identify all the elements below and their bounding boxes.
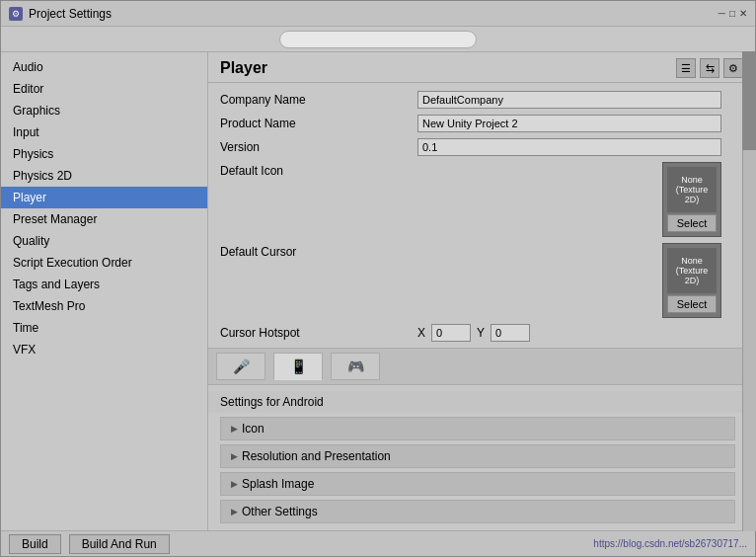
default-cursor-preview: None (Texture 2D) Select xyxy=(662,243,721,318)
hotspot-x-input[interactable] xyxy=(431,324,471,342)
rendering-header: Rendering xyxy=(228,527,727,530)
company-name-input[interactable] xyxy=(417,91,721,109)
sidebar-item-audio[interactable]: Audio xyxy=(1,56,207,78)
toolbar xyxy=(1,27,755,52)
company-name-row: Company Name xyxy=(220,91,735,109)
sidebar-item-preset-manager[interactable]: Preset Manager xyxy=(1,208,207,230)
sidebar-item-input[interactable]: Input xyxy=(1,121,207,143)
cursor-select-button[interactable]: Select xyxy=(667,295,717,313)
version-label: Version xyxy=(220,138,417,154)
icon-section-label: Icon xyxy=(242,422,265,436)
window-title: Project Settings xyxy=(29,7,713,21)
company-name-label: Company Name xyxy=(220,91,417,107)
product-name-label: Product Name xyxy=(220,115,417,130)
cursor-preview-text: None (Texture 2D) xyxy=(667,248,717,293)
watermark-text: https://blog.csdn.net/sb26730717... xyxy=(593,538,747,549)
platform-tab-gamepad[interactable]: 🎮 xyxy=(331,353,380,380)
resolution-section-label: Resolution and Presentation xyxy=(242,449,391,463)
window-icon: ⚙ xyxy=(9,7,23,21)
sidebar-item-vfx[interactable]: VFX xyxy=(1,339,207,360)
default-icon-row: Default Icon None (Texture 2D) Select xyxy=(220,162,735,237)
minimize-icon[interactable]: ─ xyxy=(718,8,725,19)
section-resolution[interactable]: Resolution and Presentation xyxy=(220,444,735,468)
hotspot-y-input[interactable] xyxy=(491,324,530,342)
close-icon[interactable]: ✕ xyxy=(739,8,747,19)
content-area: Audio Editor Graphics Input Physics Phys… xyxy=(1,52,755,530)
sidebar-item-textmesh-pro[interactable]: TextMesh Pro xyxy=(1,295,207,317)
build-and-run-button[interactable]: Build And Run xyxy=(69,534,170,554)
settings-icon-btn[interactable]: ⚙ xyxy=(723,58,743,78)
maximize-icon[interactable]: □ xyxy=(729,8,735,19)
sidebar-item-time[interactable]: Time xyxy=(1,317,207,339)
product-name-row: Product Name xyxy=(220,115,735,132)
section-icon[interactable]: Icon xyxy=(220,417,735,440)
project-settings-window: ⚙ Project Settings ─ □ ✕ Audio Editor Gr… xyxy=(0,0,756,557)
window-controls: ─ □ ✕ xyxy=(718,8,747,19)
page-title: Player xyxy=(220,59,267,77)
main-panel: Player ☰ ⇆ ⚙ Company Name Product Name xyxy=(208,52,755,530)
search-input[interactable] xyxy=(279,31,477,48)
y-label: Y xyxy=(477,326,485,340)
cursor-hotspot-label: Cursor Hotspot xyxy=(220,324,417,340)
default-cursor-label: Default Cursor xyxy=(220,243,417,259)
sidebar-item-quality[interactable]: Quality xyxy=(1,230,207,252)
xy-inputs: X Y xyxy=(417,324,530,342)
sidebar-item-script-execution-order[interactable]: Script Execution Order xyxy=(1,252,207,274)
section-splash[interactable]: Splash Image xyxy=(220,472,735,496)
main-header: Player ☰ ⇆ ⚙ xyxy=(208,52,755,83)
sidebar-item-tags-and-layers[interactable]: Tags and Layers xyxy=(1,274,207,295)
icon-preview-text: None (Texture 2D) xyxy=(667,167,717,212)
cursor-hotspot-row: Cursor Hotspot X Y xyxy=(220,324,735,342)
sync-icon-btn[interactable]: ⇆ xyxy=(700,58,719,78)
header-icons: ☰ ⇆ ⚙ xyxy=(676,58,743,78)
sidebar-item-player[interactable]: Player xyxy=(1,187,207,208)
title-bar: ⚙ Project Settings ─ □ ✕ xyxy=(1,1,755,27)
sidebar-item-physics2d[interactable]: Physics 2D xyxy=(1,165,207,187)
platform-tab-mic[interactable]: 🎤 xyxy=(216,353,265,380)
build-button[interactable]: Build xyxy=(9,534,61,554)
sidebar-item-editor[interactable]: Editor xyxy=(1,78,207,100)
icon-select-button[interactable]: Select xyxy=(667,214,717,232)
section-other-settings[interactable]: Other Settings xyxy=(220,500,735,523)
version-input[interactable] xyxy=(417,138,721,156)
other-settings-section-label: Other Settings xyxy=(242,505,318,518)
version-row: Version xyxy=(220,138,735,156)
platform-tabs: 🎤 📱 🎮 xyxy=(208,348,747,385)
scrollbar-track[interactable] xyxy=(742,52,755,530)
layout-icon-btn[interactable]: ☰ xyxy=(676,58,696,78)
bottom-bar: Build Build And Run https://blog.csdn.ne… xyxy=(1,530,755,556)
default-icon-preview: None (Texture 2D) Select xyxy=(662,162,721,237)
sidebar-item-physics[interactable]: Physics xyxy=(1,143,207,165)
scroll-content: Company Name Product Name Version Defaul… xyxy=(208,83,755,530)
splash-section-label: Splash Image xyxy=(242,477,314,491)
platform-tab-mobile[interactable]: 📱 xyxy=(273,353,323,380)
x-label: X xyxy=(417,326,425,340)
product-name-input[interactable] xyxy=(417,115,721,132)
default-icon-label: Default Icon xyxy=(220,162,417,178)
other-settings-content: Rendering Color Space* Gamma ▼ Auto Grap… xyxy=(220,527,735,530)
settings-for-label: Settings for Android xyxy=(208,391,747,413)
default-cursor-row: Default Cursor None (Texture 2D) Select xyxy=(220,243,735,318)
sidebar: Audio Editor Graphics Input Physics Phys… xyxy=(1,52,208,530)
scrollbar-thumb[interactable] xyxy=(742,52,755,150)
sidebar-item-graphics[interactable]: Graphics xyxy=(1,100,207,121)
